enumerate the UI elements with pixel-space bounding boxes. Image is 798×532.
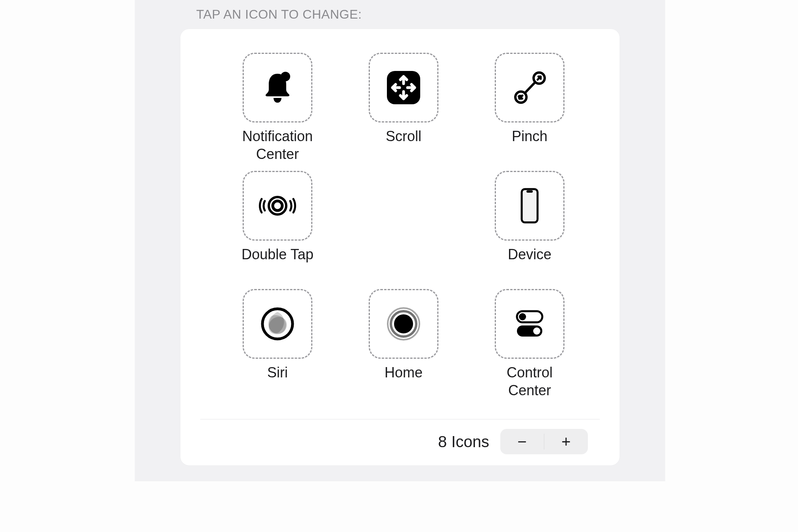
slot-home[interactable]: Home bbox=[358, 289, 449, 399]
slot-notification-center[interactable]: Notification Center bbox=[232, 53, 323, 163]
slot-label: Device bbox=[508, 245, 551, 281]
tile bbox=[243, 289, 312, 359]
svg-point-12 bbox=[394, 314, 413, 333]
slot-double-tap[interactable]: Double Tap bbox=[232, 171, 323, 281]
siri-icon bbox=[258, 304, 297, 344]
svg-point-5 bbox=[273, 201, 282, 211]
double-tap-icon bbox=[258, 186, 297, 226]
icon-count-label: 8 Icons bbox=[438, 433, 489, 451]
slot-label: Control Center bbox=[507, 364, 553, 399]
slot-label: Scroll bbox=[386, 127, 421, 163]
svg-point-14 bbox=[519, 313, 526, 320]
slot-label: Siri bbox=[267, 364, 288, 399]
minus-icon: − bbox=[517, 433, 526, 451]
slot-siri[interactable]: Siri bbox=[232, 289, 323, 399]
tile bbox=[495, 171, 565, 241]
icon-card: Notification Center bbox=[180, 29, 620, 465]
svg-rect-8 bbox=[526, 190, 533, 193]
settings-panel: TAP AN ICON TO CHANGE: Notifi bbox=[135, 0, 665, 481]
icon-count-stepper: − + bbox=[500, 429, 588, 454]
stepper-minus-button[interactable]: − bbox=[500, 429, 544, 454]
tile bbox=[495, 289, 565, 359]
slot-label: Pinch bbox=[512, 127, 547, 163]
tile bbox=[243, 171, 312, 241]
slot-pinch[interactable]: Pinch bbox=[484, 53, 575, 163]
section-header: TAP AN ICON TO CHANGE: bbox=[135, 0, 665, 29]
slot-empty bbox=[358, 171, 449, 281]
slot-label: Double Tap bbox=[241, 245, 313, 281]
screen: TAP AN ICON TO CHANGE: Notifi bbox=[0, 0, 798, 532]
slot-control-center[interactable]: Control Center bbox=[484, 289, 575, 399]
home-button-icon bbox=[384, 304, 423, 344]
device-icon bbox=[510, 186, 549, 226]
slot-device[interactable]: Device bbox=[484, 171, 575, 281]
footer-row: 8 Icons − + bbox=[200, 419, 600, 465]
slot-label: Notification Center bbox=[242, 127, 313, 163]
scroll-arrows-icon bbox=[384, 68, 423, 107]
tile bbox=[495, 53, 565, 122]
stepper-plus-button[interactable]: + bbox=[544, 429, 588, 454]
tile bbox=[243, 53, 312, 122]
svg-point-0 bbox=[281, 72, 290, 81]
icon-grid: Notification Center bbox=[200, 53, 600, 415]
tile bbox=[369, 53, 438, 122]
control-center-icon bbox=[510, 304, 549, 344]
slot-label: Home bbox=[385, 364, 423, 399]
svg-point-16 bbox=[533, 327, 540, 335]
slot-scroll[interactable]: Scroll bbox=[358, 53, 449, 163]
tile bbox=[369, 289, 438, 359]
pinch-icon bbox=[510, 68, 549, 107]
bell-badge-icon bbox=[258, 68, 297, 107]
plus-icon: + bbox=[561, 433, 570, 451]
svg-rect-7 bbox=[522, 189, 538, 222]
